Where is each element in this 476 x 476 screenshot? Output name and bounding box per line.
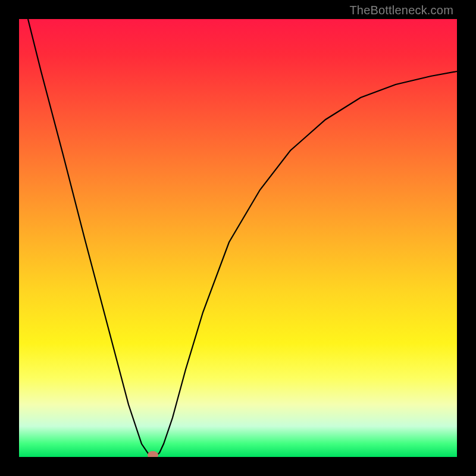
- curve-layer: [19, 19, 457, 457]
- watermark-text: TheBottleneck.com: [349, 4, 453, 17]
- chart-frame: TheBottleneck.com: [0, 0, 476, 476]
- minimum-marker: [148, 451, 158, 457]
- bottleneck-curve: [28, 19, 457, 457]
